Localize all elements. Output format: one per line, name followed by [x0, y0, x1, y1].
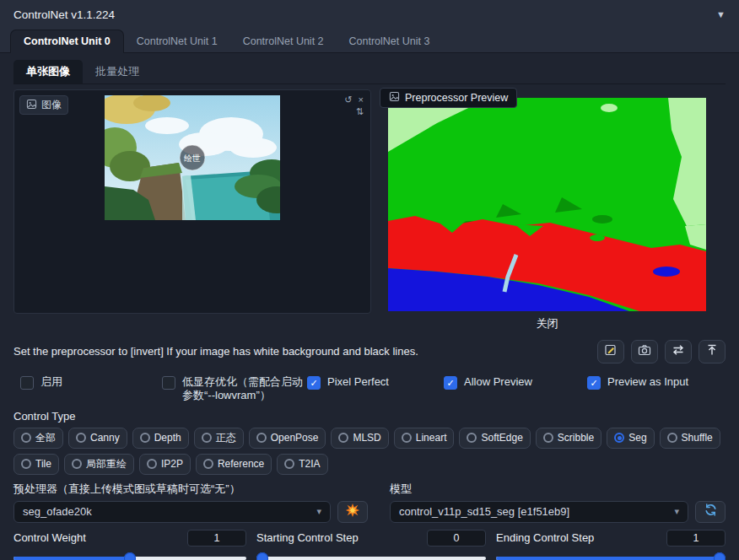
checkbox[interactable]: [162, 376, 175, 390]
image-upload-area[interactable]: 图像 ↺ × ⇅: [13, 89, 371, 314]
option-label: Depth: [154, 432, 181, 444]
option-label: IP2P: [161, 458, 183, 470]
explosion-icon: [345, 503, 360, 521]
preprocessor-select[interactable]: seg_ofade20k ▾: [13, 501, 331, 523]
option-label: Lineart: [416, 432, 447, 444]
control-type-option[interactable]: Shuffle: [660, 428, 720, 449]
radio-button[interactable]: [147, 459, 157, 469]
option-label: 局部重绘: [86, 457, 127, 471]
control-type-option[interactable]: Canny: [68, 428, 127, 449]
slider-track[interactable]: [256, 552, 486, 560]
radio-button[interactable]: [543, 433, 553, 443]
control-type-option[interactable]: Reference: [196, 454, 272, 475]
radio-button[interactable]: [402, 433, 412, 443]
radio-button[interactable]: [614, 433, 624, 443]
control-type-option[interactable]: Seg: [607, 428, 654, 449]
undo-icon[interactable]: ↺: [344, 95, 352, 105]
radio-button[interactable]: [284, 459, 294, 469]
unit-tab[interactable]: ControlNet Unit 2: [230, 30, 337, 52]
preview-close-button[interactable]: 关闭: [388, 316, 706, 331]
radio-button[interactable]: [72, 459, 82, 469]
option-label: Reference: [218, 458, 264, 470]
control-type-option[interactable]: MLSD: [331, 428, 388, 449]
control-type-option[interactable]: IP2P: [139, 454, 191, 475]
preview-header: Preprocessor Preview: [380, 88, 517, 108]
control-type-option[interactable]: 局部重绘: [64, 454, 134, 475]
slider-label: Starting Control Step: [256, 531, 359, 544]
option-item[interactable]: ✓Allow Preview: [444, 375, 587, 390]
slider-value-input[interactable]: [427, 530, 486, 547]
control-type-option[interactable]: OpenPose: [249, 428, 326, 449]
slider-handle[interactable]: [256, 552, 268, 560]
option-item[interactable]: ✓Preview as Input: [587, 375, 688, 390]
segmentation-preview-image[interactable]: [388, 98, 706, 311]
control-type-option[interactable]: Scribble: [536, 428, 601, 449]
option-label: Preview as Input: [607, 375, 688, 389]
image-toolbar: [597, 340, 726, 363]
hint-row: Set the preprocessor to [invert] If your…: [13, 340, 726, 363]
image-corner-tools: ↺ × ⇅: [344, 95, 364, 116]
control-type-option[interactable]: 全部: [13, 428, 63, 449]
control-type-option[interactable]: SoftEdge: [459, 428, 530, 449]
refresh-models-button[interactable]: [695, 501, 726, 523]
option-label: 全部: [35, 431, 56, 445]
mode-tab[interactable]: 单张图像: [13, 60, 83, 83]
checkbox[interactable]: ✓: [587, 376, 601, 390]
preprocessor-column: 预处理器（直接上传模式图或草稿时可选“无”） seg_ofade20k ▾: [13, 482, 368, 523]
radio-button[interactable]: [667, 433, 677, 443]
radio-button[interactable]: [338, 433, 348, 443]
checkbox[interactable]: ✓: [444, 376, 457, 390]
option-item[interactable]: 低显存优化（需配合启动参数“--lowvram”）: [162, 375, 307, 403]
radio-button[interactable]: [76, 433, 86, 443]
controlnet-panel: ControlNet v1.1.224 ▼ ControlNet Unit 0C…: [0, 0, 739, 560]
resize-icon[interactable]: ⇅: [356, 107, 364, 116]
option-label: Seg: [628, 432, 646, 444]
radio-button[interactable]: [140, 433, 150, 443]
unit-tab[interactable]: ControlNet Unit 0: [10, 30, 124, 53]
model-select[interactable]: control_v11p_sd15_seg [e1f51eb9] ▾: [390, 501, 688, 523]
control-type-option[interactable]: Depth: [132, 428, 189, 449]
option-label: Allow Preview: [464, 375, 532, 389]
radio-button[interactable]: [203, 459, 213, 469]
collapse-icon[interactable]: ▼: [716, 9, 726, 19]
webcam-button[interactable]: [631, 340, 658, 363]
checkbox[interactable]: [20, 376, 34, 390]
new-canvas-button[interactable]: [597, 340, 624, 363]
unit-tab[interactable]: ControlNet Unit 3: [337, 30, 443, 52]
radio-button[interactable]: [21, 459, 31, 469]
option-item[interactable]: 启用: [20, 375, 162, 390]
slider-value-input[interactable]: [666, 530, 726, 547]
source-image[interactable]: 绘世: [105, 95, 280, 220]
control-type-option[interactable]: Lineart: [394, 428, 455, 449]
radio-button[interactable]: [467, 433, 477, 443]
unit-tab[interactable]: ControlNet Unit 1: [124, 30, 230, 52]
preprocessor-value: seg_ofade20k: [23, 505, 92, 518]
dropdowns-row: 预处理器（直接上传模式图或草稿时可选“无”） seg_ofade20k ▾: [13, 482, 726, 523]
option-label: Shuffle: [682, 432, 713, 444]
radio-button[interactable]: [256, 433, 267, 443]
slider-handle[interactable]: [124, 552, 136, 560]
run-preprocessor-button[interactable]: [337, 501, 368, 523]
slider-handle[interactable]: [714, 552, 726, 560]
accordion-header[interactable]: ControlNet v1.1.224 ▼: [0, 0, 739, 29]
control-type-option[interactable]: 正态: [194, 428, 244, 449]
slider-track[interactable]: [13, 552, 246, 560]
sliders-row: Control WeightStarting Control StepEndin…: [13, 530, 726, 560]
close-icon[interactable]: ×: [359, 95, 364, 105]
chevron-down-icon: ▾: [316, 506, 321, 517]
control-type-option[interactable]: Tile: [13, 454, 59, 475]
send-dimensions-button[interactable]: [699, 340, 726, 363]
option-item[interactable]: ✓Pixel Perfect: [307, 375, 444, 390]
slider: Starting Control Step: [256, 530, 486, 560]
mode-tab[interactable]: 批量处理: [83, 60, 152, 83]
radio-button[interactable]: [202, 433, 212, 443]
mirror-webcam-button[interactable]: [665, 340, 692, 363]
checkbox[interactable]: ✓: [307, 376, 321, 390]
slider-value-input[interactable]: [187, 530, 246, 547]
option-label: 正态: [216, 431, 236, 445]
radio-button[interactable]: [21, 433, 31, 443]
control-type-option[interactable]: T2IA: [277, 454, 327, 475]
model-column: 模型 control_v11p_sd15_seg [e1f51eb9] ▾: [390, 482, 726, 523]
invert-hint-text: Set the preprocessor to [invert] If your…: [13, 340, 418, 358]
slider-track[interactable]: [496, 552, 726, 560]
